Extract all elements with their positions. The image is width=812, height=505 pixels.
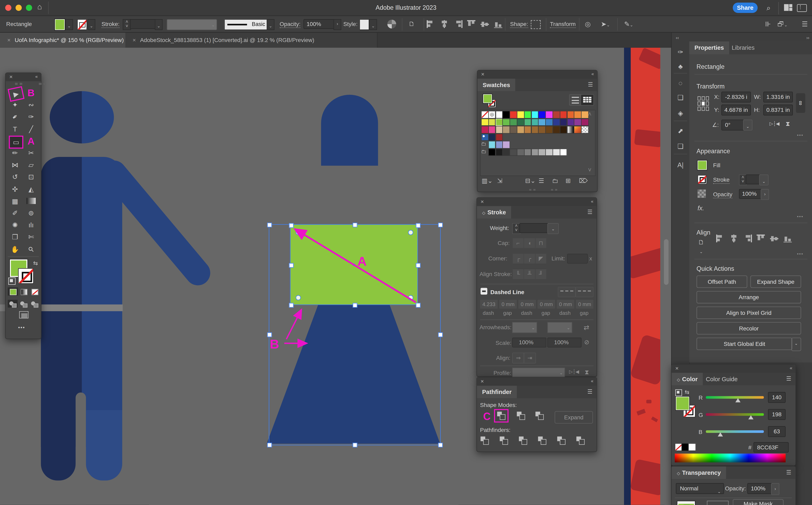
magic-wand-tool[interactable]: ✦ (9, 100, 21, 111)
arrowhead-scale-end[interactable]: 100% (547, 338, 582, 347)
flip-vertical-icon[interactable]: ⧗ (786, 120, 790, 128)
puppet-warp-tool[interactable]: ⊡ (25, 172, 37, 182)
opacity-field[interactable]: 100% (304, 19, 337, 29)
curvature-tool[interactable]: ✑ (25, 112, 37, 122)
more-transform-options[interactable]: ••• (797, 133, 803, 138)
swatch[interactable] (502, 148, 510, 156)
swatch[interactable] (574, 118, 582, 126)
stroke-weight-dropdown[interactable]: ⌄ (759, 175, 769, 185)
slider-value-R[interactable]: 140 (768, 392, 786, 403)
global-edit-dropdown[interactable]: ⌄ (791, 338, 801, 351)
scroll-down-icon[interactable]: ᐯ (588, 168, 591, 173)
panel-menu-icon[interactable]: ☰ (786, 469, 791, 476)
cb-align-v-middle[interactable] (481, 20, 489, 28)
document-tab-active[interactable]: ×UofA Infographic* @ 150 % (RGB/Preview) (0, 33, 140, 48)
swatch[interactable] (524, 126, 531, 133)
prop-align-h-left[interactable] (716, 235, 724, 242)
swatch-libraries-icon[interactable]: ▥⌄ (482, 177, 493, 184)
eyedropper-tool[interactable]: ✐ (9, 208, 21, 219)
swatch[interactable] (488, 118, 496, 126)
columns-icon[interactable]: ⊪ (763, 20, 773, 28)
list-view-button[interactable] (569, 94, 582, 106)
swatch[interactable] (481, 118, 489, 126)
swatch[interactable] (538, 148, 546, 156)
weight-stepper[interactable]: ᐱᐯ (512, 223, 520, 234)
swatch[interactable] (545, 126, 553, 133)
appearance-opacity-label[interactable]: Opacity (713, 191, 733, 198)
selection-handle[interactable] (267, 332, 272, 337)
selection-panel-icon[interactable]: ◌ (672, 79, 689, 87)
tab-swatches[interactable]: Swatches (477, 79, 515, 91)
quick-action-recolor[interactable]: Recolor (696, 322, 801, 335)
resize-grip[interactable] (529, 189, 557, 191)
default-colors-icon[interactable] (675, 389, 682, 396)
swatch-group-folder-icon[interactable]: 🗀 (481, 141, 488, 147)
vertical-scrollbar[interactable] (664, 239, 668, 285)
tab-color-guide[interactable]: Color Guide (701, 373, 743, 385)
symbol-sprayer-tool[interactable]: ✺ (9, 220, 21, 230)
dash-field[interactable]: 0 mm (556, 299, 575, 309)
x-field[interactable]: -2.8326 i (721, 92, 751, 103)
scroll-up-icon[interactable]: ᐱ (588, 112, 591, 117)
link-scale-icon[interactable]: ⊘ (584, 339, 590, 346)
align-stroke-button-2[interactable]: ╨ (523, 269, 535, 280)
swatch[interactable] (567, 111, 574, 118)
color-spectrum-bar[interactable] (675, 454, 786, 462)
selection-handle[interactable] (438, 332, 443, 337)
swatch[interactable] (488, 133, 496, 141)
mesh-tool[interactable]: ▦ (9, 196, 21, 207)
weight-dropdown[interactable]: ⌄ (547, 223, 559, 234)
arrowhead-scale-start[interactable]: 100% (512, 338, 546, 347)
swatch[interactable] (510, 111, 517, 118)
swatch[interactable] (552, 118, 560, 126)
swatch[interactable] (552, 148, 560, 156)
swatch[interactable] (488, 141, 496, 148)
swap-arrowheads-icon[interactable]: ⇄ (584, 324, 589, 331)
default-fill-stroke-icon[interactable] (8, 278, 16, 285)
prop-align-v-top[interactable] (757, 235, 765, 242)
slider-thumb-G[interactable] (749, 415, 754, 419)
minus-front-button[interactable] (515, 410, 527, 421)
swatch[interactable] (517, 126, 524, 133)
prop-align-h-right[interactable] (743, 235, 752, 242)
stroke-weight-field[interactable] (130, 19, 156, 29)
selection-handle[interactable] (289, 263, 293, 268)
recolor-artwork-icon[interactable] (387, 20, 396, 28)
close-tab-icon[interactable]: × (133, 37, 136, 43)
slider-track-B[interactable] (706, 430, 764, 433)
align-arrow-start[interactable]: ⇒ (512, 353, 524, 363)
cb-align-h-center[interactable] (440, 20, 449, 28)
align-stroke-button-1[interactable]: ╙ (512, 269, 524, 280)
appearance-fill-swatch[interactable] (697, 161, 707, 170)
swatch[interactable] (560, 118, 567, 126)
hex-field[interactable]: 8CC63F (754, 442, 789, 453)
swatch[interactable] (531, 118, 538, 126)
merge-button[interactable] (517, 436, 529, 446)
hand-tool[interactable]: ✋ (9, 243, 21, 255)
swatch[interactable] (481, 133, 489, 141)
shape-builder-tool[interactable]: ✣ (9, 184, 21, 195)
weight-field[interactable] (519, 223, 548, 233)
quick-action-align-to-pixel-grid[interactable]: Align to Pixel Grid (696, 307, 801, 319)
swatch[interactable] (574, 126, 582, 133)
selection-handle[interactable] (416, 223, 420, 227)
draw-normal-mode[interactable] (8, 300, 17, 308)
gradient-mode-button[interactable] (19, 288, 29, 296)
variable-width-profile-dropdown[interactable]: ⌄ (167, 19, 217, 30)
drag-grip[interactable] (15, 83, 46, 85)
swatch[interactable] (538, 111, 546, 118)
selection-handle[interactable] (438, 443, 443, 447)
dash-field[interactable]: 0 mm (575, 299, 594, 309)
column-graph-tool[interactable]: ılı (25, 220, 37, 230)
close-icon[interactable]: × (481, 378, 484, 384)
panel-dialog-icon[interactable] (797, 4, 807, 12)
collapse-icon[interactable]: ‹‹ (790, 365, 792, 371)
swatch[interactable] (495, 141, 503, 148)
swatch[interactable] (502, 111, 510, 118)
pencil-tool[interactable]: ✏ (9, 148, 21, 159)
close-icon[interactable]: × (675, 365, 679, 371)
collapse-icon[interactable]: ‹‹ (35, 74, 37, 79)
dash-field[interactable]: 0 mm (518, 299, 536, 309)
cap-button-1[interactable]: ⌐ (512, 238, 524, 248)
mask-thumbnail[interactable] (707, 501, 728, 505)
